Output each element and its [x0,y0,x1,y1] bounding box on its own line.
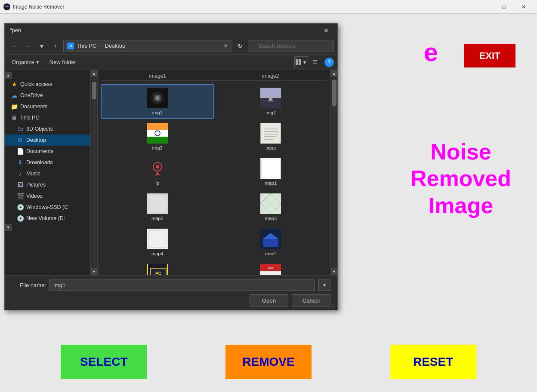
address-desktop: Desktop [105,43,126,49]
maximize-button[interactable]: □ [494,0,514,14]
remove-button[interactable]: REMOVE [225,345,312,379]
sidebar-scroll-up[interactable]: ▲ [5,72,12,79]
minimize-button[interactable]: ─ [474,0,494,14]
file-item-img3[interactable]: img3 [101,119,214,154]
pictures-icon: 🖼 [17,181,24,188]
sidebar-item-desktop[interactable]: 🖥 Desktop [5,135,90,146]
left-scroll-track[interactable] [92,78,96,267]
left-scroll: ▲ ▼ [91,70,98,275]
address-bar[interactable]: 🖥 This PC › Desktop ▼ [63,40,232,52]
file-item-new1-blue[interactable]: new1 [215,225,327,260]
list-view-button[interactable]: ☰ [309,56,321,68]
dialog-nav-bar: ← → ▼ ↑ 🖥 This PC › Desktop ▼ ↻ 🔍 [5,37,337,55]
sidebar-item-onedrive[interactable]: ☁ OneDrive [5,90,90,101]
downloads-icon: ⬇ [17,159,24,166]
svg-text:sce: sce [268,266,274,270]
exit-button[interactable]: EXIT [464,44,515,67]
new-folder-button[interactable]: New folder [46,57,80,67]
sidebar-label-documents-top: Documents [20,104,47,110]
file-item-img1[interactable]: img1 [101,84,214,119]
grid-view-button[interactable]: ▼ [294,56,308,68]
search-input[interactable] [248,40,334,52]
column-headers: image1 image2 [98,70,330,81]
sidebar-item-documents-top[interactable]: 📁 Documents [5,101,90,112]
music-icon: ♪ [17,170,24,177]
file-item-map3[interactable]: map3 [215,190,327,224]
file-item-map4[interactable]: map4 [101,225,214,260]
right-scroll-thumb [332,80,336,106]
file-thumb-img3 [147,123,168,144]
sidebar-item-pictures[interactable]: 🖼 Pictures [5,179,90,190]
file-thumb-img1 [147,88,168,108]
svg-rect-45 [147,229,168,249]
file-name-map2: map2 [151,216,164,221]
sidebar-item-windows-ssd[interactable]: 💿 Windows-SSD (C [5,202,90,213]
sidebar-item-this-pc[interactable]: 🖥 This PC [5,112,90,123]
cancel-button[interactable]: Cancel [292,294,330,306]
bottom-buttons: SELECT REMOVE RESET [0,345,537,379]
svg-rect-57 [261,272,280,275]
file-item-map1[interactable]: map1 [215,155,327,189]
svg-point-36 [156,165,159,168]
open-button[interactable]: Open [250,294,288,306]
file-item-img2[interactable]: img2 [215,84,327,119]
dialog-footer: File name: ▼ Open Cancel [5,275,337,310]
svg-rect-28 [261,123,281,144]
filename-input[interactable] [49,279,315,291]
nav-forward-button[interactable]: → [22,40,34,52]
svg-point-18 [156,96,159,100]
sidebar-item-videos[interactable]: 🎬 Videos [5,190,90,202]
nav-up-button[interactable]: ↑ [49,40,62,52]
svg-rect-24 [147,123,168,130]
view-buttons: ▼ ☰ [294,56,321,68]
dialog-close-button[interactable]: ✕ [320,25,332,36]
right-scroll-track[interactable] [332,78,336,267]
sidebar-item-documents[interactable]: 📄 Documents [5,146,90,157]
file-thumb-img2 [260,88,281,108]
sidebar-item-music[interactable]: ♪ Music [5,168,90,179]
right-scroll-down[interactable]: ▼ [331,268,338,275]
right-scroll-up[interactable]: ▲ [331,70,338,77]
col-header-1: image1 [101,72,214,81]
svg-rect-26 [147,137,168,144]
file-thumb-map3 [260,193,281,214]
dialog-toolbar: Organize ▾ New folder ▼ ☰ [5,55,337,70]
search-wrapper: 🔍 [248,40,334,52]
nav-refresh-button[interactable]: ↻ [234,40,246,52]
documents-icon: 📄 [17,148,24,155]
file-thumb-ip [147,158,168,179]
sidebar-item-new-volume[interactable]: 💿 New Volume (D: [5,213,90,224]
sidebar-item-3d-objects[interactable]: 🗂 3D Objects [5,123,90,135]
nav-dropdown-button[interactable]: ▼ [36,40,48,52]
sidebar-item-downloads[interactable]: ⬇ Downloads [5,157,90,168]
file-item-new1-pc[interactable]: PC new1 [101,260,214,275]
address-this-pc: This PC [77,43,96,49]
svg-text:PC: PC [155,271,161,275]
sidebar-item-quick-access[interactable]: ★ Quick access [5,79,90,90]
filename-dropdown[interactable]: ▼ [318,279,330,291]
file-item-input[interactable]: input [215,119,327,154]
left-scroll-down[interactable]: ▼ [91,268,98,275]
file-item-new1-sce[interactable]: sce new1 [215,260,327,275]
help-button[interactable]: ? [324,58,334,67]
dialog-title-text: "pen [10,27,320,34]
dialog-resize-handle[interactable]: ⠿ [331,304,336,309]
onedrive-icon: ☁ [11,92,18,99]
app-title: Image Noise Remover [13,4,474,10]
window-close-button[interactable]: ✕ [514,0,534,14]
dialog-sidebar: ▲ ★ Quick access ☁ OneDrive 📁 Documents … [5,70,91,275]
new-volume-icon: 💿 [17,215,24,222]
select-button[interactable]: SELECT [61,345,147,379]
letter-e-display: e [424,37,438,67]
reset-button[interactable]: RESET [390,345,476,379]
col-header-2: image2 [214,72,327,81]
sidebar-label-pictures: Pictures [26,182,46,188]
sidebar-label-new-volume: New Volume (D: [26,215,65,221]
left-scroll-up[interactable]: ▲ [91,70,98,77]
file-name-input: input [265,145,276,150]
nav-back-button[interactable]: ← [8,40,20,52]
organize-button[interactable]: Organize ▾ [8,57,43,67]
sidebar-scroll-down[interactable]: ▼ [5,224,12,231]
file-item-ip[interactable]: ip [101,155,214,189]
file-item-map2[interactable]: map2 [101,190,214,224]
